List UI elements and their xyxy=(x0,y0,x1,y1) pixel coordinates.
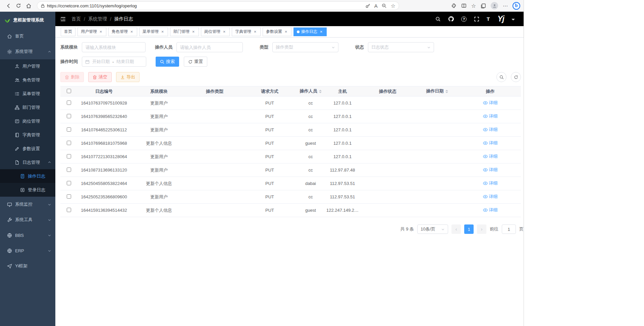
breadcrumb-home[interactable]: 首页 xyxy=(71,16,81,22)
sidebar-item-user-mgmt[interactable]: 用户管理 xyxy=(0,59,55,73)
sidebar-item-home[interactable]: 首页 xyxy=(0,28,55,44)
tab-close-icon[interactable]: × xyxy=(222,29,226,34)
read-aloud-icon[interactable]: A xyxy=(374,3,378,8)
page-number-button[interactable]: 1 xyxy=(464,224,474,234)
add-favorite-star-icon[interactable]: ☆ xyxy=(391,3,395,9)
select-all-checkbox[interactable] xyxy=(67,89,71,93)
row-checkbox[interactable] xyxy=(67,127,71,132)
detail-link[interactable]: 详细 xyxy=(483,194,498,200)
browser-back-button[interactable] xyxy=(3,1,13,10)
module-input[interactable] xyxy=(82,42,146,52)
prev-page-button[interactable]: ‹ xyxy=(451,224,461,234)
row-checkbox[interactable] xyxy=(67,101,71,105)
sidebar-item-system-monitor[interactable]: 系统监控 xyxy=(0,197,55,212)
tab-close-icon[interactable]: × xyxy=(99,29,103,34)
sidebar-item-menu-mgmt[interactable]: 菜单管理 xyxy=(0,87,55,101)
detail-link[interactable]: 详细 xyxy=(483,153,498,159)
tab-role-mgmt[interactable]: 角色管理× xyxy=(108,27,137,36)
row-checkbox[interactable] xyxy=(67,114,71,118)
tab-oper-log[interactable]: 操作日志× xyxy=(293,27,327,36)
sidebar-item-post-mgmt[interactable]: 岗位管理 xyxy=(0,114,55,128)
extensions-puzzle-icon[interactable] xyxy=(451,3,457,8)
sort-icon[interactable] xyxy=(445,88,448,94)
sidebar-item-erp[interactable]: ERP xyxy=(0,243,55,258)
detail-link[interactable]: 详细 xyxy=(483,180,498,186)
column-header-date[interactable]: 操作日期 xyxy=(415,86,460,96)
fullscreen-icon[interactable] xyxy=(474,16,479,22)
tab-close-icon[interactable]: × xyxy=(129,29,134,34)
sidebar-item-dict-mgmt[interactable]: 字典管理 xyxy=(0,128,55,142)
detail-link[interactable]: 详细 xyxy=(483,113,498,119)
detail-link[interactable]: 详细 xyxy=(483,127,498,133)
sidebar-item-oper-log[interactable]: 操作日志 xyxy=(0,169,55,183)
sidebar-item-login-log[interactable]: 登录日志 xyxy=(0,183,55,197)
favorites-bar-icon[interactable]: ☆ xyxy=(471,3,476,9)
tab-home[interactable]: 首页 xyxy=(61,27,75,36)
operator-input[interactable] xyxy=(176,42,243,52)
user-menu-caret-icon[interactable] xyxy=(512,19,515,22)
goto-page-input[interactable] xyxy=(502,224,516,234)
clear-button[interactable]: 清空 xyxy=(88,72,112,82)
search-button[interactable]: 搜索 xyxy=(156,57,179,67)
collections-icon[interactable] xyxy=(481,3,486,8)
tab-close-icon[interactable]: × xyxy=(253,29,257,34)
detail-link[interactable]: 详细 xyxy=(483,207,498,213)
font-size-icon[interactable]: T xyxy=(487,16,490,22)
browser-profile-avatar[interactable] xyxy=(491,2,498,9)
refresh-table-button[interactable] xyxy=(511,72,521,82)
tab-dept-mgmt[interactable]: 部门管理× xyxy=(170,27,199,36)
user-avatar-logo[interactable]: Yj xyxy=(497,14,504,23)
address-bar[interactable]: https://ccnetcore.com:1101/system/log/op… xyxy=(37,1,399,10)
tab-dict-mgmt[interactable]: 字典管理× xyxy=(232,27,261,36)
toggle-search-button[interactable] xyxy=(496,72,506,82)
tab-close-icon[interactable]: × xyxy=(191,29,196,34)
edge-copilot-icon[interactable]: b xyxy=(513,2,520,10)
split-screen-icon[interactable] xyxy=(461,3,467,8)
help-question-icon[interactable]: ? xyxy=(461,16,467,22)
detail-link[interactable]: 详细 xyxy=(483,100,498,106)
select-all-header[interactable] xyxy=(60,86,77,96)
sidebar-toggle-icon[interactable] xyxy=(60,16,66,22)
sort-icon[interactable] xyxy=(319,88,322,94)
reset-button[interactable]: 重置 xyxy=(184,57,207,67)
github-icon[interactable] xyxy=(448,16,454,22)
tab-close-icon[interactable]: × xyxy=(319,29,323,34)
export-button[interactable]: 导出 xyxy=(116,72,140,82)
date-range-picker[interactable]: 开始日期 - 结束日期 xyxy=(82,57,146,67)
status-select[interactable]: 日志状态 xyxy=(368,42,434,52)
type-select[interactable]: 操作类型 xyxy=(272,42,338,52)
tab-menu-mgmt[interactable]: 菜单管理× xyxy=(139,27,168,36)
row-checkbox[interactable] xyxy=(67,194,71,199)
tab-close-icon[interactable]: × xyxy=(160,29,165,34)
row-checkbox[interactable] xyxy=(67,168,71,172)
page-size-select[interactable]: 10条/页 xyxy=(417,224,448,234)
browser-refresh-button[interactable] xyxy=(13,1,23,10)
zoom-out-icon[interactable] xyxy=(382,3,387,8)
row-checkbox[interactable] xyxy=(67,208,71,212)
row-checkbox[interactable] xyxy=(67,141,71,145)
next-page-button[interactable]: › xyxy=(477,224,486,234)
sidebar-item-bbs[interactable]: BBS xyxy=(0,227,55,243)
detail-link[interactable]: 详细 xyxy=(483,167,498,173)
header-search-icon[interactable] xyxy=(435,16,441,22)
tab-close-icon[interactable]: × xyxy=(284,29,288,34)
detail-link[interactable]: 详细 xyxy=(483,140,498,146)
app-logo[interactable]: 意框架管理系统 xyxy=(0,12,55,28)
sidebar-item-dept-mgmt[interactable]: 部门管理 xyxy=(0,101,55,114)
tab-post-mgmt[interactable]: 岗位管理× xyxy=(201,27,230,36)
sidebar-item-yi-framework[interactable]: Yi框架 xyxy=(0,258,55,274)
breadcrumb-system-mgmt[interactable]: 系统管理 xyxy=(88,16,107,22)
column-header-operator[interactable]: 操作人员 xyxy=(297,86,324,96)
browser-home-button[interactable] xyxy=(23,1,34,10)
row-checkbox[interactable] xyxy=(67,181,71,185)
sidebar-item-log-mgmt[interactable]: 日志管理 xyxy=(0,155,55,169)
sidebar-item-role-mgmt[interactable]: 角色管理 xyxy=(0,73,55,87)
tab-user-mgmt[interactable]: 用户管理× xyxy=(77,27,106,36)
row-checkbox[interactable] xyxy=(67,154,71,158)
tab-param-settings[interactable]: 参数设置× xyxy=(263,27,291,36)
password-key-icon[interactable] xyxy=(365,3,370,8)
browser-menu-dots-icon[interactable]: ⋯ xyxy=(503,3,508,8)
delete-button[interactable]: 删除 xyxy=(60,72,84,82)
sidebar-item-param-settings[interactable]: 参数设置 xyxy=(0,142,55,155)
sidebar-item-system-mgmt[interactable]: 系统管理 xyxy=(0,44,55,59)
